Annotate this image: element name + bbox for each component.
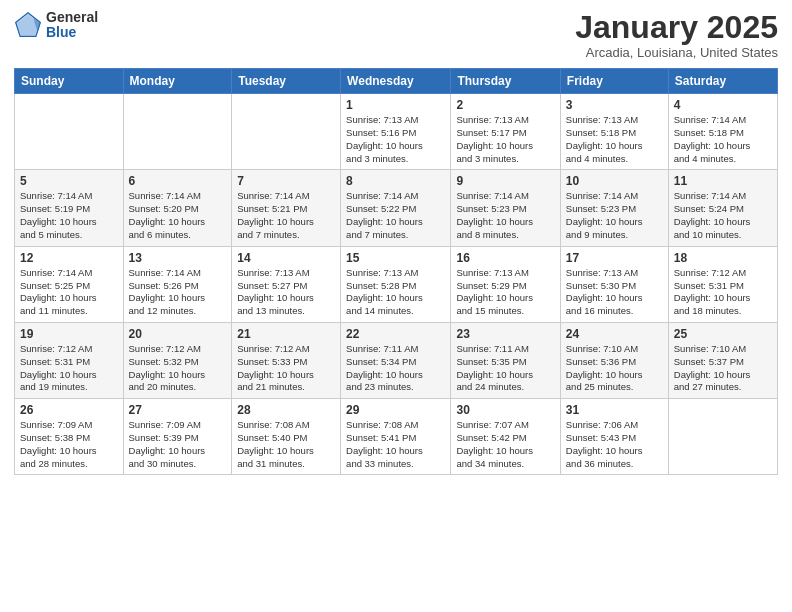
day-info-text: Sunrise: 7:12 AM Sunset: 5:32 PM Dayligh… [129,343,227,394]
day-info-text: Sunrise: 7:14 AM Sunset: 5:25 PM Dayligh… [20,267,118,318]
day-cell-5-1: 26Sunrise: 7:09 AM Sunset: 5:38 PM Dayli… [15,399,124,475]
header-sunday: Sunday [15,69,124,94]
header: General Blue January 2025 Arcadia, Louis… [14,10,778,60]
svg-marker-3 [16,13,41,37]
day-cell-4-6: 24Sunrise: 7:10 AM Sunset: 5:36 PM Dayli… [560,322,668,398]
day-number: 22 [346,327,445,341]
day-number: 15 [346,251,445,265]
week-row-1: 1Sunrise: 7:13 AM Sunset: 5:16 PM Daylig… [15,94,778,170]
day-number: 26 [20,403,118,417]
day-info-text: Sunrise: 7:13 AM Sunset: 5:29 PM Dayligh… [456,267,554,318]
day-number: 19 [20,327,118,341]
day-cell-3-7: 18Sunrise: 7:12 AM Sunset: 5:31 PM Dayli… [668,246,777,322]
day-cell-3-2: 13Sunrise: 7:14 AM Sunset: 5:26 PM Dayli… [123,246,232,322]
day-cell-5-7 [668,399,777,475]
day-cell-4-7: 25Sunrise: 7:10 AM Sunset: 5:37 PM Dayli… [668,322,777,398]
header-thursday: Thursday [451,69,560,94]
day-number: 21 [237,327,335,341]
day-cell-2-2: 6Sunrise: 7:14 AM Sunset: 5:20 PM Daylig… [123,170,232,246]
day-number: 2 [456,98,554,112]
day-number: 30 [456,403,554,417]
day-cell-3-3: 14Sunrise: 7:13 AM Sunset: 5:27 PM Dayli… [232,246,341,322]
day-number: 25 [674,327,772,341]
day-number: 13 [129,251,227,265]
day-cell-1-1 [15,94,124,170]
day-info-text: Sunrise: 7:10 AM Sunset: 5:36 PM Dayligh… [566,343,663,394]
day-number: 11 [674,174,772,188]
day-cell-1-6: 3Sunrise: 7:13 AM Sunset: 5:18 PM Daylig… [560,94,668,170]
day-number: 8 [346,174,445,188]
day-cell-5-2: 27Sunrise: 7:09 AM Sunset: 5:39 PM Dayli… [123,399,232,475]
day-info-text: Sunrise: 7:11 AM Sunset: 5:35 PM Dayligh… [456,343,554,394]
day-cell-3-5: 16Sunrise: 7:13 AM Sunset: 5:29 PM Dayli… [451,246,560,322]
month-title: January 2025 [575,10,778,45]
day-info-text: Sunrise: 7:10 AM Sunset: 5:37 PM Dayligh… [674,343,772,394]
logo: General Blue [14,10,98,41]
week-row-5: 26Sunrise: 7:09 AM Sunset: 5:38 PM Dayli… [15,399,778,475]
day-number: 18 [674,251,772,265]
day-info-text: Sunrise: 7:14 AM Sunset: 5:24 PM Dayligh… [674,190,772,241]
day-cell-1-3 [232,94,341,170]
day-cell-2-4: 8Sunrise: 7:14 AM Sunset: 5:22 PM Daylig… [341,170,451,246]
day-info-text: Sunrise: 7:06 AM Sunset: 5:43 PM Dayligh… [566,419,663,470]
day-info-text: Sunrise: 7:13 AM Sunset: 5:27 PM Dayligh… [237,267,335,318]
day-cell-5-6: 31Sunrise: 7:06 AM Sunset: 5:43 PM Dayli… [560,399,668,475]
day-number: 3 [566,98,663,112]
day-cell-4-3: 21Sunrise: 7:12 AM Sunset: 5:33 PM Dayli… [232,322,341,398]
day-number: 28 [237,403,335,417]
day-info-text: Sunrise: 7:07 AM Sunset: 5:42 PM Dayligh… [456,419,554,470]
day-number: 10 [566,174,663,188]
header-friday: Friday [560,69,668,94]
page: General Blue January 2025 Arcadia, Louis… [0,0,792,612]
day-cell-2-7: 11Sunrise: 7:14 AM Sunset: 5:24 PM Dayli… [668,170,777,246]
week-row-3: 12Sunrise: 7:14 AM Sunset: 5:25 PM Dayli… [15,246,778,322]
day-info-text: Sunrise: 7:14 AM Sunset: 5:23 PM Dayligh… [566,190,663,241]
day-info-text: Sunrise: 7:09 AM Sunset: 5:38 PM Dayligh… [20,419,118,470]
day-cell-3-6: 17Sunrise: 7:13 AM Sunset: 5:30 PM Dayli… [560,246,668,322]
day-number: 5 [20,174,118,188]
day-cell-4-5: 23Sunrise: 7:11 AM Sunset: 5:35 PM Dayli… [451,322,560,398]
day-number: 20 [129,327,227,341]
day-info-text: Sunrise: 7:13 AM Sunset: 5:16 PM Dayligh… [346,114,445,165]
day-cell-3-4: 15Sunrise: 7:13 AM Sunset: 5:28 PM Dayli… [341,246,451,322]
day-info-text: Sunrise: 7:12 AM Sunset: 5:33 PM Dayligh… [237,343,335,394]
day-cell-1-4: 1Sunrise: 7:13 AM Sunset: 5:16 PM Daylig… [341,94,451,170]
calendar-table: Sunday Monday Tuesday Wednesday Thursday… [14,68,778,475]
header-wednesday: Wednesday [341,69,451,94]
logo-text: General Blue [46,10,98,41]
title-block: January 2025 Arcadia, Louisiana, United … [575,10,778,60]
day-number: 23 [456,327,554,341]
day-cell-4-4: 22Sunrise: 7:11 AM Sunset: 5:34 PM Dayli… [341,322,451,398]
day-cell-5-3: 28Sunrise: 7:08 AM Sunset: 5:40 PM Dayli… [232,399,341,475]
header-monday: Monday [123,69,232,94]
day-info-text: Sunrise: 7:14 AM Sunset: 5:26 PM Dayligh… [129,267,227,318]
day-info-text: Sunrise: 7:13 AM Sunset: 5:30 PM Dayligh… [566,267,663,318]
day-number: 29 [346,403,445,417]
day-number: 31 [566,403,663,417]
day-info-text: Sunrise: 7:11 AM Sunset: 5:34 PM Dayligh… [346,343,445,394]
day-info-text: Sunrise: 7:12 AM Sunset: 5:31 PM Dayligh… [674,267,772,318]
header-saturday: Saturday [668,69,777,94]
day-info-text: Sunrise: 7:08 AM Sunset: 5:41 PM Dayligh… [346,419,445,470]
day-number: 12 [20,251,118,265]
day-cell-1-2 [123,94,232,170]
location-subtitle: Arcadia, Louisiana, United States [575,45,778,60]
day-info-text: Sunrise: 7:14 AM Sunset: 5:22 PM Dayligh… [346,190,445,241]
logo-icon [14,11,42,39]
day-info-text: Sunrise: 7:13 AM Sunset: 5:17 PM Dayligh… [456,114,554,165]
day-cell-5-4: 29Sunrise: 7:08 AM Sunset: 5:41 PM Dayli… [341,399,451,475]
day-number: 17 [566,251,663,265]
day-info-text: Sunrise: 7:09 AM Sunset: 5:39 PM Dayligh… [129,419,227,470]
day-number: 9 [456,174,554,188]
day-cell-4-2: 20Sunrise: 7:12 AM Sunset: 5:32 PM Dayli… [123,322,232,398]
day-cell-2-5: 9Sunrise: 7:14 AM Sunset: 5:23 PM Daylig… [451,170,560,246]
day-info-text: Sunrise: 7:08 AM Sunset: 5:40 PM Dayligh… [237,419,335,470]
day-cell-4-1: 19Sunrise: 7:12 AM Sunset: 5:31 PM Dayli… [15,322,124,398]
logo-blue-text: Blue [46,25,98,40]
weekday-header-row: Sunday Monday Tuesday Wednesday Thursday… [15,69,778,94]
day-number: 7 [237,174,335,188]
logo-general-text: General [46,10,98,25]
day-info-text: Sunrise: 7:12 AM Sunset: 5:31 PM Dayligh… [20,343,118,394]
day-number: 1 [346,98,445,112]
day-info-text: Sunrise: 7:13 AM Sunset: 5:28 PM Dayligh… [346,267,445,318]
